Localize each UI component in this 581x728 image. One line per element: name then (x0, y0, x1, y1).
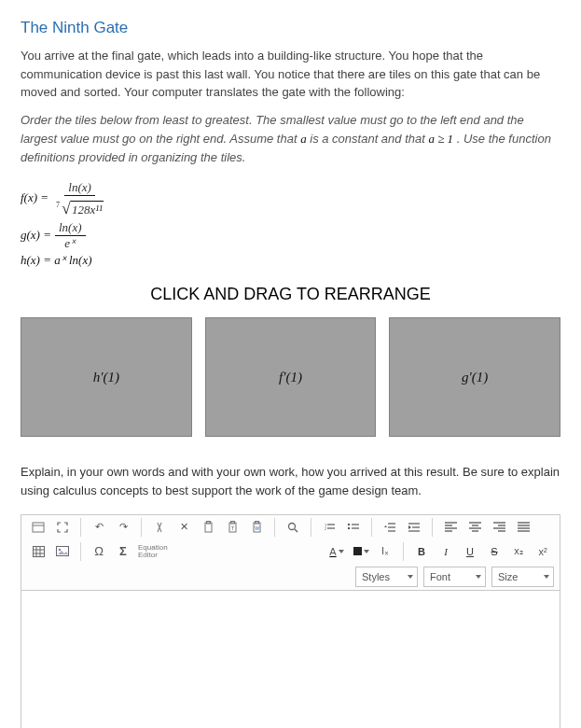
bg-color-button[interactable] (350, 542, 372, 561)
size-dropdown[interactable]: Size (491, 567, 554, 587)
svg-text:W: W (255, 525, 259, 531)
svg-marker-21 (384, 525, 387, 527)
svg-line-11 (295, 529, 297, 532)
paste-icon[interactable] (197, 518, 219, 537)
equation-editor-button[interactable]: Σ (112, 542, 134, 561)
source-icon[interactable] (27, 518, 49, 537)
svg-rect-3 (206, 522, 210, 525)
undo-icon[interactable]: ↶ (88, 518, 110, 537)
drag-header: CLICK AND DRAG TO REARRANGE (21, 285, 560, 304)
svg-text:T: T (230, 525, 233, 531)
bulleted-list-icon[interactable] (342, 518, 365, 537)
numbered-list-icon[interactable]: 12 (318, 518, 340, 537)
editor-textarea[interactable] (21, 590, 560, 728)
svg-rect-8 (255, 522, 258, 525)
paste-word-icon[interactable]: W (245, 518, 268, 537)
italic-button[interactable]: I (435, 542, 457, 561)
formula-block: f(x) = ln(x) 7 √ 128x¹¹ g(x) = ln(x) eˣ (21, 180, 560, 268)
tile-3[interactable]: g′(1) (389, 317, 560, 437)
svg-rect-18 (348, 527, 350, 529)
maximize-icon[interactable] (51, 518, 74, 537)
svg-rect-44 (33, 546, 44, 556)
align-justify-icon[interactable] (512, 518, 534, 537)
cut-icon[interactable] (148, 518, 171, 537)
f-lhs: f(x) = (21, 191, 48, 205)
instructions-mid: is a constant and that (310, 132, 428, 146)
page-title: The Ninth Gate (21, 19, 560, 37)
subscript-button[interactable]: x₂ (507, 542, 530, 561)
toolbar-row-2: Ω Σ Equation Editor A Iₓ B I U (21, 539, 560, 564)
svg-rect-0 (33, 523, 44, 532)
instructions-condition: a ≥ 1 (428, 132, 453, 146)
svg-point-50 (59, 549, 62, 552)
svg-rect-16 (348, 524, 350, 525)
f-root-radicand: 128x¹¹ (71, 201, 104, 217)
g-lhs: g(x) = (21, 229, 51, 243)
strikethrough-button[interactable]: S (483, 542, 505, 561)
instructions-var-a: a (300, 132, 307, 146)
f-denominator: 7 √ 128x¹¹ (52, 196, 107, 217)
intro-paragraph: You arrive at the final gate, which lead… (21, 47, 560, 102)
indent-icon[interactable] (403, 518, 425, 537)
h-full: h(x) = aˣ ln(x) (21, 254, 92, 268)
copy-icon[interactable]: ✕ (173, 518, 195, 537)
superscript-button[interactable]: x² (532, 542, 554, 561)
g-numerator: ln(x) (55, 220, 86, 236)
tile-2[interactable]: f′(1) (205, 317, 377, 437)
paste-text-icon[interactable]: T (221, 518, 243, 537)
formula-g: g(x) = ln(x) eˣ (21, 220, 560, 250)
tiles-container: h′(1) f′(1) g′(1) (21, 317, 560, 437)
outdent-icon[interactable] (379, 518, 401, 537)
formula-f: f(x) = ln(x) 7 √ 128x¹¹ (21, 180, 560, 217)
bold-button[interactable]: B (410, 542, 433, 561)
image-icon[interactable] (51, 542, 74, 561)
special-char-icon[interactable]: Ω (88, 542, 110, 561)
styles-dropdown[interactable]: Styles (355, 567, 418, 587)
f-fraction: ln(x) 7 √ 128x¹¹ (52, 180, 107, 217)
radical-symbol: √ (62, 203, 71, 215)
toolbar-row-1: ↶ ↷ ✕ T W (21, 514, 560, 539)
instructions: Order the tiles below from least to grea… (21, 111, 560, 167)
formula-h: h(x) = aˣ ln(x) (21, 254, 560, 268)
f-root: 7 √ 128x¹¹ (56, 201, 104, 217)
table-icon[interactable] (27, 542, 49, 561)
tile-1[interactable]: h′(1) (21, 317, 192, 437)
underline-button[interactable]: U (459, 542, 481, 561)
text-color-button[interactable]: A (325, 542, 348, 561)
g-denominator: eˣ (61, 236, 79, 251)
redo-icon[interactable]: ↷ (112, 518, 134, 537)
svg-rect-5 (230, 522, 234, 525)
font-dropdown[interactable]: Font (423, 567, 486, 587)
explain-prompt: Explain, in your own words and with your… (21, 463, 560, 500)
svg-point-10 (289, 523, 296, 529)
g-fraction: ln(x) eˣ (55, 220, 86, 250)
f-numerator: ln(x) (64, 180, 95, 196)
align-center-icon[interactable] (463, 518, 486, 537)
rich-text-editor: ↶ ↷ ✕ T W (21, 514, 560, 728)
svg-text:2: 2 (325, 526, 327, 531)
svg-marker-25 (408, 525, 411, 529)
f-root-index: 7 (56, 201, 60, 210)
align-left-icon[interactable] (439, 518, 462, 537)
equation-editor-label: Equation Editor (138, 544, 168, 559)
remove-format-icon[interactable]: Iₓ (374, 542, 396, 561)
align-right-icon[interactable] (488, 518, 510, 537)
find-icon[interactable] (282, 518, 304, 537)
toolbar-row-3: Styles Font Size (21, 564, 560, 590)
